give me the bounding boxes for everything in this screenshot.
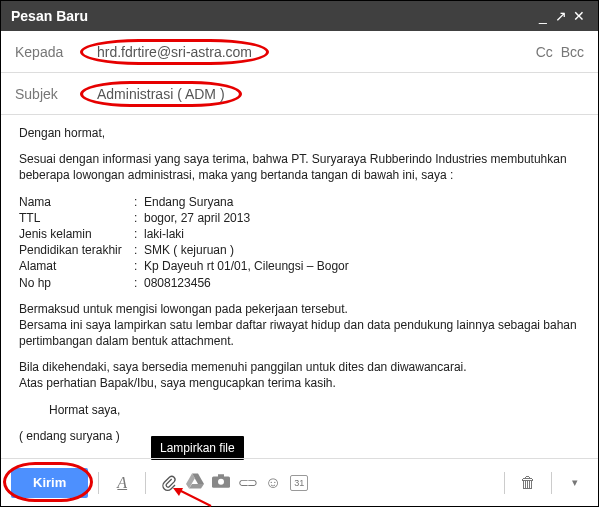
toolbar-separator [145, 472, 146, 494]
link-icon[interactable]: ⊂⊃ [234, 475, 260, 490]
titlebar: Pesan Baru _ ↗ ✕ [1, 1, 598, 31]
trash-icon[interactable]: 🗑 [515, 474, 541, 492]
body-greeting: Dengan hormat, [19, 125, 580, 141]
photo-icon[interactable] [208, 474, 234, 492]
cc-button[interactable]: Cc [536, 44, 553, 60]
minimize-icon[interactable]: _ [534, 9, 552, 23]
body-para2: Bersama ini saya lampirkan satu lembar d… [19, 317, 580, 349]
compose-window: Pesan Baru _ ↗ ✕ Kepada hrd.fdrtire@sri-… [0, 0, 599, 507]
emoji-icon[interactable]: ☺ [260, 474, 286, 492]
svg-rect-1 [218, 474, 224, 477]
svg-point-2 [218, 478, 224, 484]
subject-value[interactable]: Administrasi ( ADM ) [80, 81, 242, 107]
body-signature: ( endang suryana ) [19, 428, 580, 444]
bio-row: Pendidikan terakhir:SMK ( kejuruan ) [19, 242, 580, 258]
toolbar-separator [504, 472, 505, 494]
attach-file-icon[interactable] [156, 474, 182, 492]
bcc-button[interactable]: Bcc [561, 44, 584, 60]
bio-row: Alamat:Kp Dayeuh rt 01/01, Cileungsi – B… [19, 258, 580, 274]
bio-row: TTL:bogor, 27 april 2013 [19, 210, 580, 226]
message-body[interactable]: Dengan hormat, Sesuai dengan informasi y… [1, 115, 598, 458]
subject-row[interactable]: Subjek Administrasi ( ADM ) [1, 73, 598, 115]
recipients-label: Kepada [15, 44, 80, 60]
formatting-icon[interactable]: A [109, 474, 135, 492]
bio-row: Jenis kelamin:laki-laki [19, 226, 580, 242]
drive-icon[interactable] [182, 473, 208, 493]
toolbar-separator [98, 472, 99, 494]
close-icon[interactable]: ✕ [570, 9, 588, 23]
expand-icon[interactable]: ↗ [552, 9, 570, 23]
send-button[interactable]: Kirim [11, 468, 88, 498]
bio-row: No hp:0808123456 [19, 275, 580, 291]
bio-table: Nama:Endang Suryana TTL:bogor, 27 april … [19, 194, 580, 291]
to-address[interactable]: hrd.fdrtire@sri-astra.com [80, 39, 269, 65]
recipients-row[interactable]: Kepada hrd.fdrtire@sri-astra.com Cc Bcc [1, 31, 598, 73]
body-closing: Hormat saya, [19, 402, 580, 418]
bio-row: Nama:Endang Suryana [19, 194, 580, 210]
attach-tooltip: Lampirkan file [151, 436, 244, 460]
body-intro: Sesuai dengan informasi yang saya terima… [19, 151, 580, 183]
calendar-icon[interactable]: 31 [290, 475, 308, 491]
body-para4: Atas perhatian Bapak/Ibu, saya mengucapk… [19, 375, 580, 391]
body-para3: Bila dikehendaki, saya bersedia memenuhi… [19, 359, 580, 375]
body-para1: Bermaksud untuk mengisi lowongan pada pe… [19, 301, 580, 317]
subject-label: Subjek [15, 86, 80, 102]
toolbar-separator [551, 472, 552, 494]
window-title: Pesan Baru [11, 8, 534, 24]
more-options-icon[interactable]: ▾ [562, 476, 588, 489]
compose-toolbar: Kirim A ⊂⊃ ☺ 31 🗑 ▾ [1, 458, 598, 506]
